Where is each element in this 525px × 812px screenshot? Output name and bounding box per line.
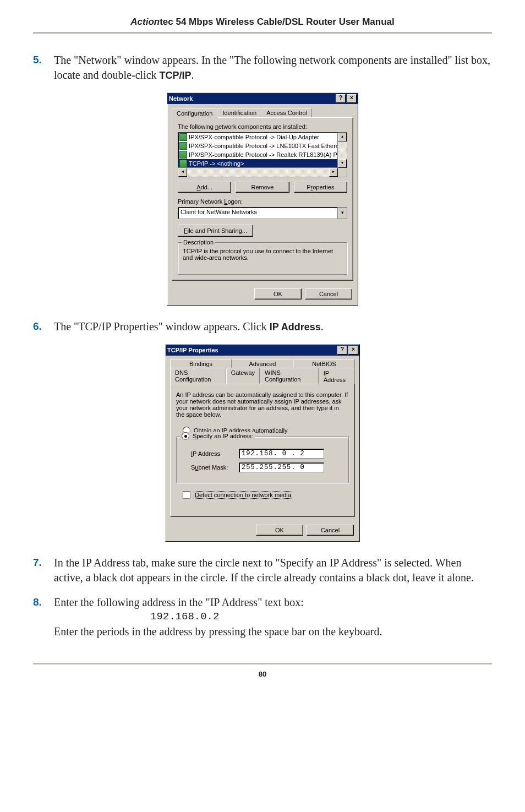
step-6-body: The "TCP/IP Properties" window appears. …: [54, 319, 492, 334]
tab-dns[interactable]: DNS Configuration: [170, 368, 226, 384]
list-item-selected[interactable]: TCP/IP -> <nothing>: [178, 159, 347, 168]
list-item[interactable]: IPX/SPX-compatible Protocol -> Dial-Up A…: [178, 133, 347, 141]
step-8-mid: Address" text box:: [220, 596, 304, 608]
tab-ip-address[interactable]: IP Address: [319, 368, 355, 384]
step-7-sc1: IP: [82, 557, 91, 569]
radio-specify-label: Specify an IP address:: [193, 433, 253, 439]
list-item[interactable]: IPX/SPX-compatible Protocol -> LNE100TX …: [178, 141, 347, 150]
radio-icon: [182, 432, 189, 440]
tcpip-dialog-title: TCP/IP Properties: [167, 347, 336, 353]
close-button[interactable]: ×: [348, 346, 358, 355]
tab-advanced[interactable]: Advanced: [232, 359, 293, 368]
ip-value: 192.168.0.2: [150, 610, 492, 624]
step-5-bold: TCP/IP: [160, 70, 192, 81]
step-5: 5. The "Network" window appears. In the …: [33, 53, 492, 83]
help-button[interactable]: ?: [337, 346, 347, 355]
primary-logon-combo[interactable]: Client for NetWare Networks ▾: [178, 207, 347, 219]
description-group: Description TCP/IP is the protocol you u…: [178, 242, 347, 275]
step-8-post: Enter the periods in the address by pres…: [54, 625, 382, 637]
remove-button[interactable]: Remove: [236, 182, 289, 193]
step-7-num: 7.: [33, 555, 54, 585]
scroll-right-icon[interactable]: ▸: [329, 168, 338, 177]
tcpip-dialog: TCP/IP Properties ? × Bindings Advanced …: [165, 344, 360, 542]
step-5-num: 5.: [33, 53, 54, 83]
cancel-button[interactable]: Cancel: [305, 288, 352, 299]
protocol-icon: [179, 133, 187, 141]
step-8: 8. Enter the following address in the "I…: [33, 595, 492, 639]
close-button[interactable]: ×: [347, 94, 357, 103]
page-number: 80: [33, 670, 492, 678]
list-item-label: TCP/IP -> <nothing>: [189, 160, 244, 167]
horizontal-scrollbar[interactable]: ◂ ▸: [178, 167, 338, 177]
properties-button[interactable]: Properties: [294, 182, 347, 193]
radio-specify-ip[interactable]: Specify an IP address:: [182, 432, 253, 440]
step-6: 6. The "TCP/IP Properties" window appear…: [33, 319, 492, 334]
step-6-bold-sc: IP: [270, 321, 279, 333]
ok-button[interactable]: OK: [254, 288, 302, 299]
step-7-pre: In the: [54, 557, 82, 569]
step-7-sc2: IP: [330, 557, 339, 569]
components-listbox[interactable]: IPX/SPX-compatible Protocol -> Dial-Up A…: [178, 132, 347, 177]
scroll-left-icon[interactable]: ◂: [178, 168, 187, 177]
protocol-icon: [179, 151, 187, 159]
tab-access-control[interactable]: Access Control: [261, 108, 312, 117]
detect-connection-checkbox[interactable]: Detect connection to network media: [183, 491, 349, 499]
vertical-scrollbar[interactable]: ▴ ▾: [337, 133, 347, 168]
step-7-mid1: Address tab, make sure the circle next t…: [91, 557, 329, 569]
brand-rest: tec: [160, 17, 173, 27]
list-item-label: IPX/SPX-compatible Protocol -> LNE100TX …: [189, 143, 344, 149]
ip-address-label: IP Address:: [191, 450, 232, 457]
step-7-body: In the IP Address tab, make sure the cir…: [54, 555, 492, 585]
step-8-sc: IP: [210, 596, 220, 608]
step-6-num: 6.: [33, 319, 54, 334]
network-dialog: Network ? × Configuration Identification…: [167, 92, 358, 306]
ip-address-input[interactable]: 192.168. 0 . 2: [239, 449, 324, 459]
detect-connection-label: Detect connection to network media: [194, 491, 292, 499]
protocol-icon: [179, 160, 187, 167]
radio-dot-icon: [184, 435, 187, 438]
tab-configuration[interactable]: Configuration: [172, 108, 217, 118]
description-legend: Description: [182, 239, 215, 246]
primary-logon-label: Primary Network Logon:: [178, 198, 347, 205]
subnet-mask-label: Subnet Mask:: [191, 464, 232, 471]
add-button[interactable]: Add...: [178, 182, 231, 193]
step-8-pre: Enter the following address in the ": [54, 596, 210, 608]
scroll-down-icon[interactable]: ▾: [338, 159, 347, 168]
list-item[interactable]: IPX/SPX-compatible Protocol -> Realtek R…: [178, 150, 347, 159]
tab-netbios[interactable]: NetBIOS: [293, 359, 355, 368]
list-item-label: IPX/SPX-compatible Protocol -> Dial-Up A…: [189, 134, 319, 140]
ok-button[interactable]: OK: [256, 525, 303, 536]
components-label: The following network components are ins…: [178, 123, 347, 130]
file-print-sharing-button[interactable]: File and Print Sharing...: [178, 225, 253, 237]
brand-italic: Action: [130, 17, 160, 27]
step-5-body: The "Network" window appears. In the "Th…: [54, 53, 492, 83]
tcpip-description: An IP address can be automatically assig…: [176, 391, 349, 418]
tab-bindings[interactable]: Bindings: [170, 359, 232, 368]
step-6-pre: The ": [54, 320, 78, 333]
step-6-end: .: [321, 320, 324, 333]
cancel-button[interactable]: Cancel: [307, 525, 354, 536]
step-7: 7. In the IP Address tab, make sure the …: [33, 555, 492, 585]
step-8-num: 8.: [33, 595, 54, 639]
header-rule: [33, 32, 492, 34]
help-button[interactable]: ?: [336, 94, 346, 103]
step-6-sc: TCP/IP: [78, 320, 111, 333]
footer-rule: [33, 663, 492, 664]
tab-wins[interactable]: WINS Configuration: [260, 368, 319, 384]
step-5-end: .: [192, 69, 194, 81]
step-6-mid: Properties" window appears. Click: [111, 320, 270, 333]
network-dialog-title: Network: [169, 95, 335, 102]
step-8-body: Enter the following address in the "IP A…: [54, 595, 492, 639]
dropdown-icon[interactable]: ▾: [337, 208, 347, 219]
tab-gateway[interactable]: Gateway: [226, 368, 260, 384]
description-text: TCP/IP is the protocol you use to connec…: [183, 248, 342, 261]
list-item-label: IPX/SPX-compatible Protocol -> Realtek R…: [189, 151, 343, 158]
step-5-text: The "Network" window appears. In the "Th…: [54, 54, 490, 81]
scroll-track[interactable]: [338, 141, 347, 159]
primary-logon-value: Client for NetWare Networks: [178, 208, 337, 219]
subnet-mask-input[interactable]: 255.255.255. 0: [239, 462, 324, 472]
scroll-up-icon[interactable]: ▴: [338, 133, 347, 141]
tab-identification[interactable]: Identification: [217, 108, 261, 117]
scroll-corner: [338, 168, 347, 177]
scroll-track[interactable]: [187, 168, 329, 177]
